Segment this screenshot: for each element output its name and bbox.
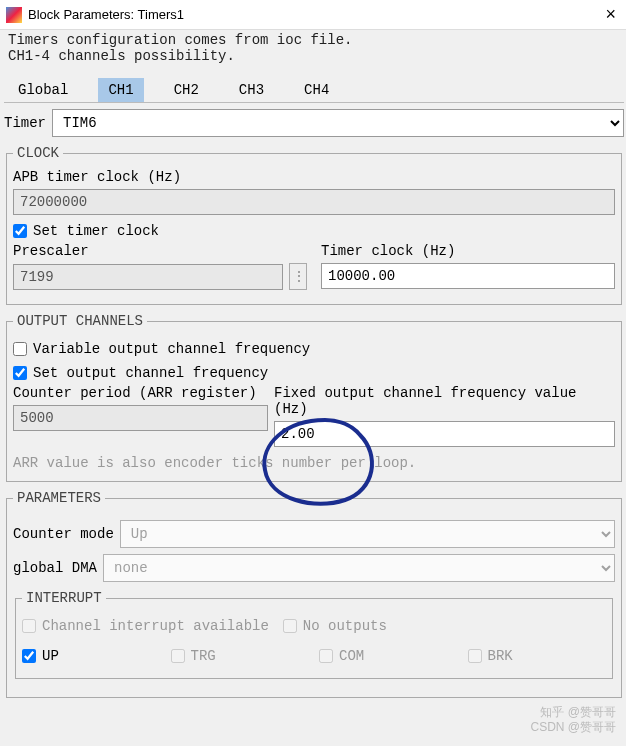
prescaler-spinner-icon[interactable]: ⋮ [289,263,307,290]
prescaler-input [13,264,283,290]
variable-freq-input[interactable] [13,342,27,356]
fixed-freq-input[interactable] [274,421,615,447]
tab-ch2[interactable]: CH2 [164,78,209,102]
timer-select[interactable]: TIM6 [52,109,624,137]
watermark: 知乎 @赞哥哥 CSDN @赞哥哥 [530,705,616,736]
variable-freq-label: Variable output channel frequency [33,341,310,357]
interrupt-brk: BRK [468,648,607,664]
no-outputs-label: No outputs [303,618,387,634]
description: Timers configuration comes from ioc file… [4,30,624,72]
content-area: Timers configuration comes from ioc file… [0,30,626,710]
set-timer-clock-input[interactable] [13,224,27,238]
desc-line2: CH1-4 channels possibility. [8,48,620,64]
counter-mode-label: Counter mode [13,526,114,542]
channel-available-checkbox: Channel interrupt available [22,618,269,634]
variable-freq-checkbox[interactable]: Variable output channel frequency [13,341,310,357]
counter-mode-select: Up [120,520,615,548]
tab-ch3[interactable]: CH3 [229,78,274,102]
interrupt-com: COM [319,648,458,664]
channel-available-label: Channel interrupt available [42,618,269,634]
no-outputs-input [283,619,297,633]
timer-clock-label: Timer clock (Hz) [321,243,615,259]
app-icon [6,7,22,23]
counter-period-input [13,405,268,431]
interrupt-up[interactable]: UP [22,648,161,664]
arr-hint: ARR value is also encoder ticks number p… [13,455,615,471]
output-legend: OUTPUT CHANNELS [13,313,147,329]
set-freq-checkbox[interactable]: Set output channel frequency [13,365,268,381]
window-title: Block Parameters: Timers1 [28,7,184,22]
global-dma-select: none [103,554,615,582]
channel-available-input [22,619,36,633]
interrupt-fieldset: INTERRUPT Channel interrupt available No… [15,590,613,679]
timer-clock-input[interactable] [321,263,615,289]
global-dma-label: global DMA [13,560,97,576]
set-freq-label: Set output channel frequency [33,365,268,381]
prescaler-label: Prescaler [13,243,307,259]
output-fieldset: OUTPUT CHANNELS Variable output channel … [6,313,622,482]
fixed-freq-label: Fixed output channel frequency value (Hz… [274,385,615,417]
tab-global[interactable]: Global [8,78,78,102]
close-icon[interactable]: × [601,4,620,25]
interrupt-brk-input [468,649,482,663]
tabs: Global CH1 CH2 CH3 CH4 [4,72,624,103]
apb-input [13,189,615,215]
tab-ch4[interactable]: CH4 [294,78,339,102]
parameters-fieldset: PARAMETERS Counter mode Up global DMA no… [6,490,622,698]
parameters-legend: PARAMETERS [13,490,105,506]
set-freq-input[interactable] [13,366,27,380]
interrupt-legend: INTERRUPT [22,590,106,606]
tab-ch1[interactable]: CH1 [98,78,143,102]
clock-fieldset: CLOCK APB timer clock (Hz) Set timer clo… [6,145,622,305]
timer-row: Timer TIM6 [4,109,624,137]
no-outputs-checkbox: No outputs [283,618,387,634]
desc-line1: Timers configuration comes from ioc file… [8,32,620,48]
interrupt-up-input[interactable] [22,649,36,663]
interrupt-com-input [319,649,333,663]
titlebar: Block Parameters: Timers1 × [0,0,626,30]
set-timer-clock-label: Set timer clock [33,223,159,239]
interrupt-trg-input [171,649,185,663]
clock-legend: CLOCK [13,145,63,161]
counter-period-label: Counter period (ARR register) [13,385,268,401]
interrupt-trg: TRG [171,648,310,664]
apb-label: APB timer clock (Hz) [13,169,615,185]
timer-label: Timer [4,115,46,131]
set-timer-clock-checkbox[interactable]: Set timer clock [13,223,159,239]
